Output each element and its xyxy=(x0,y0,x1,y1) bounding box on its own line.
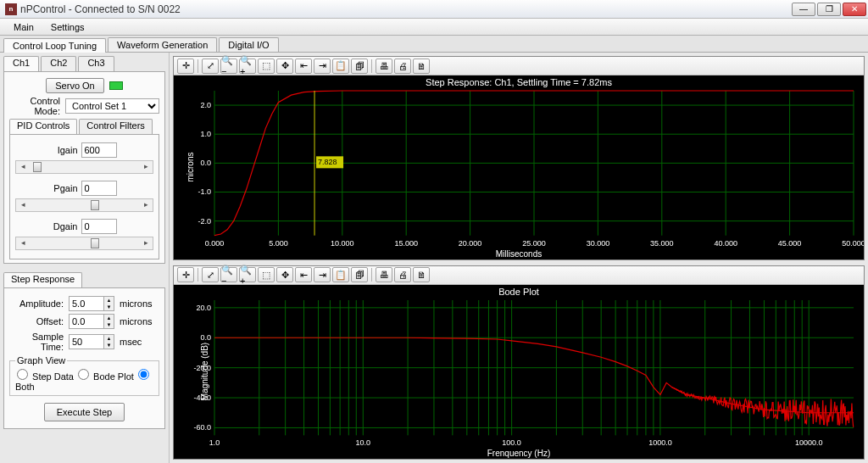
main-tabstrip: Control Loop Tuning Waveform Generation … xyxy=(0,36,868,53)
pgain-input[interactable] xyxy=(81,181,117,196)
minimize-button[interactable]: — xyxy=(792,3,815,16)
radio-step-data[interactable]: Step Data xyxy=(15,371,74,382)
chart-tool-10[interactable]: 🗐 xyxy=(351,59,368,74)
svg-text:-40.0: -40.0 xyxy=(193,393,211,402)
svg-text:15.000: 15.000 xyxy=(394,239,418,248)
menu-bar: Main Settings xyxy=(0,19,868,36)
tab-control-filters[interactable]: Control Filters xyxy=(79,119,152,134)
svg-text:7.828: 7.828 xyxy=(318,158,337,166)
sample-time-unit: msec xyxy=(120,337,142,347)
igain-label: Igain xyxy=(53,145,81,155)
tab-digital-io[interactable]: Digital I/O xyxy=(219,37,278,52)
svg-text:-2.0: -2.0 xyxy=(198,217,211,226)
offset-unit: microns xyxy=(120,316,153,326)
chart-tool-7[interactable]: ⇤ xyxy=(295,267,312,282)
graph-view-group: Graph View Step Data Bode Plot Both xyxy=(9,355,159,396)
chart-tool-12[interactable]: 🖶 xyxy=(376,59,392,74)
tab-ch3[interactable]: Ch3 xyxy=(78,56,114,71)
chart-tool-0[interactable]: ✛ xyxy=(177,267,194,282)
menu-main[interactable]: Main xyxy=(5,20,42,34)
svg-text:25.000: 25.000 xyxy=(522,239,546,248)
chart-tool-6[interactable]: ✥ xyxy=(276,267,293,282)
igain-input[interactable] xyxy=(81,142,117,158)
chart-tool-9[interactable]: 📋 xyxy=(332,59,349,74)
svg-text:30.000: 30.000 xyxy=(587,239,610,248)
svg-text:0.0: 0.0 xyxy=(200,333,211,342)
tab-ch2[interactable]: Ch2 xyxy=(41,56,76,71)
chart-tool-7[interactable]: ⇤ xyxy=(295,59,312,74)
chart-tool-5[interactable]: ⬚ xyxy=(258,267,275,282)
chart-tool-2[interactable]: ⤢ xyxy=(202,59,219,74)
svg-text:50.000: 50.000 xyxy=(842,239,864,248)
svg-text:20.0: 20.0 xyxy=(196,304,211,312)
maximize-button[interactable]: ❐ xyxy=(817,3,841,16)
svg-text:5.000: 5.000 xyxy=(269,239,288,248)
tab-pid-controls[interactable]: PID Controls xyxy=(9,119,77,134)
chart-tool-5[interactable]: ⬚ xyxy=(258,59,275,74)
chart-tool-10[interactable]: 🗐 xyxy=(351,267,368,282)
svg-text:-60.0: -60.0 xyxy=(193,423,211,432)
offset-input[interactable] xyxy=(69,314,104,329)
amplitude-unit: microns xyxy=(120,298,153,309)
close-button[interactable]: ✕ xyxy=(843,3,866,16)
svg-text:1000.0: 1000.0 xyxy=(648,438,672,447)
execute-step-button[interactable]: Execute Step xyxy=(44,403,125,421)
chart-tool-9[interactable]: 📋 xyxy=(332,267,349,282)
tab-waveform[interactable]: Waveform Generation xyxy=(108,37,217,52)
sample-time-label: Sample Time: xyxy=(9,332,69,352)
offset-spinner[interactable]: ▲▼ xyxy=(104,314,114,329)
chart-tool-0[interactable]: ✛ xyxy=(177,59,194,74)
radio-bode-plot[interactable]: Bode Plot xyxy=(76,371,134,382)
svg-text:1.0: 1.0 xyxy=(209,438,220,447)
chart-tool-12[interactable]: 🖶 xyxy=(376,267,392,282)
chart-tool-6[interactable]: ✥ xyxy=(276,59,293,74)
chart-tool-8[interactable]: ⇥ xyxy=(314,267,331,282)
menu-settings[interactable]: Settings xyxy=(42,20,93,34)
pgain-slider[interactable]: ◂▸ xyxy=(15,198,153,212)
control-mode-select[interactable]: Control Set 1 xyxy=(65,98,159,114)
dgain-slider[interactable]: ◂▸ xyxy=(15,237,153,250)
control-mode-label: Control Mode: xyxy=(9,96,65,116)
svg-text:10000.0: 10000.0 xyxy=(795,438,823,447)
chart-tool-8[interactable]: ⇥ xyxy=(314,59,331,74)
svg-text:35.000: 35.000 xyxy=(650,239,674,248)
tab-control-loop[interactable]: Control Loop Tuning xyxy=(3,38,106,53)
igain-slider[interactable]: ◂▸ xyxy=(15,160,153,174)
amplitude-input[interactable] xyxy=(69,296,104,311)
chart-tool-13[interactable]: 🖨 xyxy=(394,267,411,282)
chart-tool-3[interactable]: 🔍− xyxy=(220,267,237,282)
amplitude-spinner[interactable]: ▲▼ xyxy=(104,296,114,311)
chart1-toolbar: ✛⤢🔍−🔍+⬚✥⇤⇥📋🗐🖶🖨🗎 xyxy=(174,57,864,75)
chart-tool-14[interactable]: 🗎 xyxy=(413,59,430,74)
chart-tool-14[interactable]: 🗎 xyxy=(413,267,430,282)
dgain-input[interactable] xyxy=(81,219,117,234)
sample-time-spinner[interactable]: ▲▼ xyxy=(104,334,114,349)
tab-ch1[interactable]: Ch1 xyxy=(3,56,39,71)
svg-text:-1.0: -1.0 xyxy=(198,187,211,196)
tab-step-response[interactable]: Step Response xyxy=(3,272,82,287)
svg-text:-20.0: -20.0 xyxy=(193,363,211,371)
app-icon: n xyxy=(5,3,17,15)
bode-plot-chart: ✛⤢🔍−🔍+⬚✥⇤⇥📋🗐🖶🖨🗎 Bode Plot Magnitude (dB)… xyxy=(173,265,865,460)
svg-text:10.000: 10.000 xyxy=(331,239,354,248)
chart-tool-3[interactable]: 🔍− xyxy=(220,59,237,74)
svg-text:1.0: 1.0 xyxy=(200,130,211,138)
svg-text:40.000: 40.000 xyxy=(714,239,737,248)
offset-label: Offset: xyxy=(9,316,69,326)
svg-text:2.0: 2.0 xyxy=(200,101,211,109)
graph-view-legend: Graph View xyxy=(15,355,67,365)
svg-text:0.000: 0.000 xyxy=(205,239,225,248)
chart-tool-4[interactable]: 🔍+ xyxy=(239,267,256,282)
sample-time-input[interactable] xyxy=(69,334,104,349)
chart-tool-13[interactable]: 🖨 xyxy=(394,59,411,74)
svg-text:0.0: 0.0 xyxy=(200,159,211,167)
servo-on-button[interactable]: Servo On xyxy=(46,78,103,93)
pgain-label: Pgain xyxy=(53,183,81,193)
chart-tool-4[interactable]: 🔍+ xyxy=(239,59,256,74)
chart-tool-2[interactable]: ⤢ xyxy=(202,267,219,282)
amplitude-label: Amplitude: xyxy=(9,298,69,309)
svg-text:20.000: 20.000 xyxy=(459,239,482,248)
window-title: nPControl - Connected to S/N 0022 xyxy=(20,3,790,15)
svg-text:10.0: 10.0 xyxy=(356,438,371,447)
dgain-label: Dgain xyxy=(53,221,81,232)
